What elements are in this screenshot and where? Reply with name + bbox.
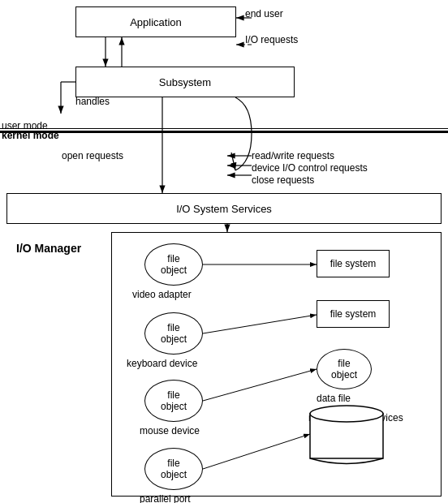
file-object-mouse-label: fileobject xyxy=(161,389,187,413)
diagram: Application Subsystem user mode kernel m… xyxy=(0,0,448,503)
mass-storage-label: mass-storage devices xyxy=(308,412,403,423)
file-object-parallel: fileobject xyxy=(144,448,203,490)
file-object-data: fileobject xyxy=(317,349,372,389)
mode-line-thin xyxy=(0,128,448,129)
video-adapter-label: video adapter xyxy=(132,289,192,300)
io-requests-label: I/O requests xyxy=(245,34,298,45)
file-object-parallel-label: fileobject xyxy=(161,458,187,481)
handles-label: handles xyxy=(75,96,110,107)
mode-line-thick xyxy=(0,131,448,133)
subsystem-label: Subsystem xyxy=(159,76,211,88)
io-manager-label-box: I/O Manager xyxy=(6,232,112,497)
file-object-keyboard-label: fileobject xyxy=(161,322,187,346)
file-system-1-label: file system xyxy=(330,258,377,269)
file-system-box-1: file system xyxy=(317,250,390,277)
file-system-2-label: file system xyxy=(330,308,377,320)
application-label: Application xyxy=(130,16,182,28)
file-system-box-2: file system xyxy=(317,300,390,328)
file-object-video: fileobject xyxy=(144,243,203,286)
subsystem-box: Subsystem xyxy=(75,67,295,97)
device-io-label: device I/O control requests xyxy=(252,162,368,174)
io-system-services-label: I/O System Services xyxy=(176,203,272,215)
io-manager-label: I/O Manager xyxy=(16,242,81,255)
svg-line-10 xyxy=(231,153,235,170)
mouse-device-label: mouse device xyxy=(140,425,200,436)
read-write-label: read/write requests xyxy=(252,150,334,161)
close-requests-label: close requests xyxy=(252,174,314,186)
application-box: Application xyxy=(75,6,236,37)
io-system-services-box: I/O System Services xyxy=(6,193,442,224)
data-file-label: data file xyxy=(317,393,351,404)
parallel-port-label: parallel port xyxy=(140,493,191,503)
file-object-keyboard: fileobject xyxy=(144,312,203,355)
file-object-mouse: fileobject xyxy=(144,380,203,422)
keyboard-device-label: keyboard device xyxy=(127,358,197,369)
file-object-data-label: fileobject xyxy=(331,358,357,381)
open-requests-label: open requests xyxy=(62,150,123,161)
end-user-label: end user xyxy=(245,8,283,19)
file-object-video-label: fileobject xyxy=(161,253,187,277)
